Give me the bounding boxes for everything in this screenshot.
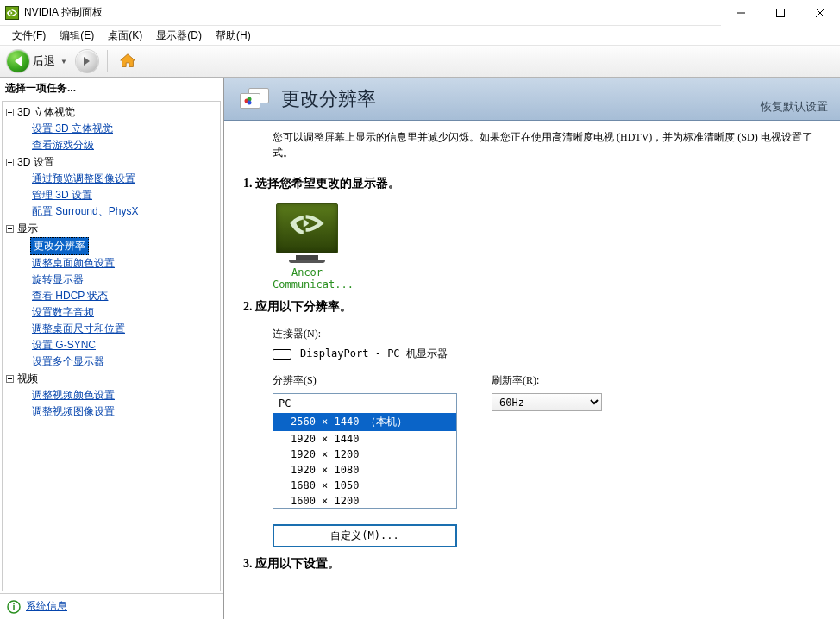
resolution-option[interactable]: 2560 × 1440 （本机） bbox=[273, 413, 456, 431]
section-apply-resolution: 2. 应用以下分辨率。 连接器(N): DisplayPort - PC 机显示… bbox=[224, 291, 840, 547]
nvidia-app-icon bbox=[5, 6, 19, 20]
menu-file[interactable]: 文件(F) bbox=[5, 26, 53, 46]
system-info-row: i 系统信息 bbox=[0, 593, 223, 619]
svg-rect-1 bbox=[777, 9, 785, 17]
tree-item[interactable]: 查看 HDCP 状态 bbox=[30, 288, 110, 304]
menu-display[interactable]: 显示器(D) bbox=[149, 26, 209, 46]
task-tree[interactable]: 3D 立体视觉 设置 3D 立体视觉 查看游戏分级 3D 设置 通过预览调整图像… bbox=[2, 101, 221, 591]
menubar: 文件(F) 编辑(E) 桌面(K) 显示器(D) 帮助(H) bbox=[0, 26, 840, 45]
display-device[interactable]: Ancor Communicat... bbox=[273, 203, 342, 291]
back-button[interactable]: 后退 ▼ bbox=[5, 48, 72, 74]
content-header: 更改分辨率 恢复默认设置 bbox=[224, 78, 840, 121]
intro-text: 您可以调整屏幕上显示的信息里并减少闪烁。如果您正在使用高清晰度电视 (HDTV)… bbox=[224, 129, 840, 167]
tree-group-video[interactable]: 视频 bbox=[6, 371, 220, 387]
collapse-icon[interactable] bbox=[6, 159, 14, 166]
resolution-listbox[interactable]: PC 2560 × 1440 （本机） 1920 × 1440 1920 × 1… bbox=[273, 393, 457, 509]
system-info-link[interactable]: 系统信息 bbox=[26, 599, 67, 614]
info-icon: i bbox=[7, 600, 21, 614]
content-body: 您可以调整屏幕上显示的信息里并减少闪烁。如果您正在使用高清晰度电视 (HDTV)… bbox=[224, 121, 840, 619]
tree-item[interactable]: 调整桌面颜色设置 bbox=[30, 255, 116, 272]
resolution-label: 分辨率(S) bbox=[273, 373, 457, 388]
tree-item[interactable]: 通过预览调整图像设置 bbox=[30, 171, 137, 187]
tree-item[interactable]: 旋转显示器 bbox=[30, 272, 85, 288]
window-title: NVIDIA 控制面板 bbox=[24, 5, 721, 20]
listbox-group-pc: PC bbox=[273, 394, 456, 413]
section-choose-display: 1. 选择您希望更改的显示器。 Ancor Communicat... bbox=[224, 167, 840, 291]
tree-item[interactable]: 设置多个显示器 bbox=[30, 353, 106, 370]
task-tree-panel: 选择一项任务... 3D 立体视觉 设置 3D 立体视觉 查看游戏分级 3D 设… bbox=[0, 78, 224, 619]
back-dropdown-icon[interactable]: ▼ bbox=[60, 58, 67, 66]
resolution-option[interactable]: 1680 × 1050 bbox=[273, 478, 456, 493]
restore-defaults-link[interactable]: 恢复默认设置 bbox=[761, 99, 828, 115]
menu-edit[interactable]: 编辑(E) bbox=[53, 26, 101, 46]
collapse-icon[interactable] bbox=[6, 225, 14, 233]
forward-button[interactable] bbox=[76, 50, 98, 72]
svg-point-8 bbox=[248, 100, 252, 104]
resolution-option[interactable]: 1920 × 1440 bbox=[273, 431, 456, 447]
custom-resolution-button[interactable]: 自定义(M)... bbox=[273, 524, 457, 547]
window-titlebar: NVIDIA 控制面板 bbox=[0, 0, 840, 26]
collapse-icon[interactable] bbox=[6, 375, 14, 383]
display-label: Ancor Communicat... bbox=[273, 266, 342, 291]
back-arrow-icon bbox=[7, 50, 29, 72]
svg-text:i: i bbox=[12, 602, 15, 612]
tree-item-change-resolution[interactable]: 更改分辨率 bbox=[30, 237, 89, 255]
change-resolution-icon bbox=[240, 86, 271, 112]
minimize-button[interactable] bbox=[721, 0, 761, 26]
section-1-title: 1. 选择您希望更改的显示器。 bbox=[243, 176, 824, 191]
refresh-rate-select[interactable]: 60Hz bbox=[492, 393, 602, 411]
collapse-icon[interactable] bbox=[6, 109, 14, 116]
page-title: 更改分辨率 bbox=[281, 86, 376, 112]
content-panel: 更改分辨率 恢复默认设置 您可以调整屏幕上显示的信息里并减少闪烁。如果您正在使用… bbox=[224, 78, 840, 619]
tree-item[interactable]: 调整桌面尺寸和位置 bbox=[30, 321, 127, 337]
toolbar-separator bbox=[107, 50, 108, 72]
tree-item[interactable]: 调整视频图像设置 bbox=[30, 403, 116, 420]
refresh-label: 刷新率(R): bbox=[492, 373, 602, 388]
displayport-icon bbox=[273, 349, 291, 360]
back-label: 后退 bbox=[33, 53, 55, 69]
tree-header: 选择一项任务... bbox=[0, 78, 223, 99]
tree-item[interactable]: 管理 3D 设置 bbox=[30, 187, 94, 203]
resolution-option[interactable]: 1920 × 1080 bbox=[273, 462, 456, 478]
tree-group-display[interactable]: 显示 bbox=[6, 221, 220, 237]
close-button[interactable] bbox=[800, 0, 840, 26]
menu-help[interactable]: 帮助(H) bbox=[209, 26, 258, 46]
tree-item[interactable]: 设置数字音频 bbox=[30, 304, 96, 321]
resolution-option[interactable]: 1600 × 1200 bbox=[273, 493, 456, 509]
home-button[interactable] bbox=[116, 51, 139, 72]
section-apply-settings: 3. 应用以下设置。 bbox=[224, 547, 840, 572]
section-2-title: 2. 应用以下分辨率。 bbox=[243, 299, 824, 315]
tree-item[interactable]: 设置 3D 立体视觉 bbox=[30, 121, 115, 137]
toolbar: 后退 ▼ bbox=[0, 45, 840, 78]
tree-item[interactable]: 配置 Surround、PhysX bbox=[30, 203, 140, 220]
tree-item[interactable]: 查看游戏分级 bbox=[30, 137, 96, 153]
tree-group-3d-settings[interactable]: 3D 设置 bbox=[6, 154, 220, 171]
tree-item[interactable]: 设置 G-SYNC bbox=[30, 337, 97, 353]
tree-item[interactable]: 调整视频颜色设置 bbox=[30, 387, 116, 403]
section-3-title: 3. 应用以下设置。 bbox=[243, 556, 824, 572]
connector-label: 连接器(N): bbox=[273, 327, 824, 341]
tree-group-3d-stereo[interactable]: 3D 立体视觉 bbox=[6, 104, 220, 121]
maximize-button[interactable] bbox=[761, 0, 800, 26]
resolution-option[interactable]: 1920 × 1200 bbox=[273, 447, 456, 462]
menu-desktop[interactable]: 桌面(K) bbox=[101, 26, 149, 46]
connector-value: DisplayPort - PC 机显示器 bbox=[300, 347, 448, 361]
